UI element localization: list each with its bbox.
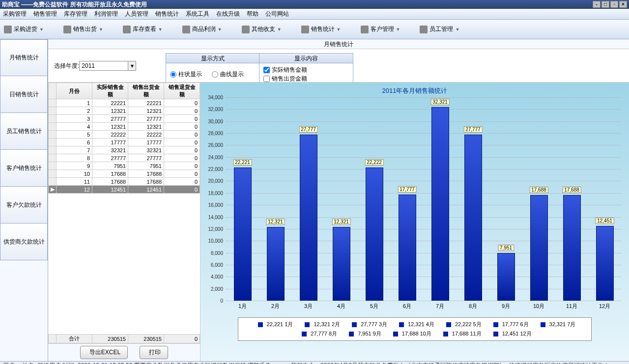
legend-item: 22,222 5月 [442, 321, 482, 327]
chart-bar: 12,321 [325, 227, 358, 301]
year-spinner[interactable]: ▾ [128, 61, 136, 71]
x-axis-label: 6月 [391, 301, 424, 313]
table-row[interactable]: 1017688176880 [49, 170, 200, 178]
toolbar-icon [182, 26, 190, 33]
table-row[interactable]: 122221222210 [49, 99, 200, 107]
menu-item[interactable]: 人员管理 [125, 10, 148, 18]
table-row[interactable]: 212321123210 [49, 107, 200, 115]
menu-item[interactable]: 采购管理 [3, 10, 27, 18]
toolbar: 采购进货▼销售出货▼库存查看▼商品利润▼其他收支▼销售统计▼客户管理▼员工管理▼ [0, 20, 629, 39]
chart-bar: 17,688 [522, 195, 555, 301]
sidebar-item[interactable]: 日销售统计 [0, 76, 48, 113]
legend-item: 7,951 9月 [345, 331, 381, 336]
toolbar-button[interactable]: 员工管理▼ [420, 25, 459, 33]
legend-item: 17,688 10月 [389, 331, 431, 336]
chart-bar: 17,688 [555, 195, 588, 301]
toolbar-icon [123, 26, 131, 33]
menu-item[interactable]: 系统工具 [186, 10, 209, 18]
minimize-button[interactable]: - [593, 1, 600, 8]
display-content-option[interactable]: 实际销售金额 [263, 66, 349, 74]
x-axis-label: 1月 [226, 301, 259, 313]
close-button[interactable]: × [619, 1, 627, 8]
status-right: 新闻中心：2020年4月9号我方软件免费助力《北京市怀柔区防控疫情应急指挥部》-… [291, 362, 609, 364]
x-axis-label: 4月 [325, 301, 358, 313]
display-content-header: 显示内容 [259, 54, 353, 63]
x-axis-label: 8月 [457, 301, 489, 313]
toolbar-icon [420, 26, 428, 33]
chevron-down-icon: ▼ [396, 27, 400, 32]
menu-item[interactable]: 库存管理 [64, 10, 87, 18]
menu-item[interactable]: 销售管理 [33, 10, 57, 18]
display-mode-header: 显示方式 [166, 54, 259, 63]
column-header: 销售退货金额 [164, 83, 200, 99]
chevron-down-icon: ▼ [158, 27, 163, 32]
toolbar-button[interactable]: 商品利润▼ [182, 25, 222, 33]
chart-bar: 27,777 [457, 135, 489, 301]
table-row[interactable]: 327777277770 [49, 115, 200, 123]
menubar: 采购管理销售管理库存管理利润管理人员管理销售统计系统工具在线升级帮助公司网站 [0, 9, 629, 20]
legend-item: 27,777 3月 [348, 321, 387, 327]
statusbar: 用户： 姓名: 超级用户 时间: 2020-12-21 15:05:53 重要商… [0, 361, 629, 364]
toolbar-button[interactable]: 采购进货▼ [4, 25, 44, 33]
table-row[interactable]: 522222222220 [49, 131, 200, 139]
display-mode-option[interactable]: 柱状显示 [170, 70, 202, 79]
chart-bar: 22,222 [358, 168, 391, 301]
legend-item: 17,688 11月 [439, 331, 482, 336]
legend-item: 27,777 8月 [298, 331, 337, 336]
toolbar-button[interactable]: 销售出货▼ [63, 25, 103, 33]
sidebar-item[interactable]: 客户欠款统计 [0, 187, 48, 224]
legend-item: 12,321 2月 [301, 321, 340, 327]
x-axis-label: 10月 [522, 301, 555, 313]
sidebar-item[interactable]: 月销售统计 [0, 39, 48, 76]
menu-item[interactable]: 利润管理 [94, 10, 118, 18]
chart-bar: 17,777 [391, 195, 424, 301]
table-row[interactable]: 1117688176880 [49, 178, 200, 186]
toolbar-icon [301, 26, 309, 33]
legend-item: 17,777 6月 [489, 321, 529, 327]
display-mode-option[interactable]: 曲线显示 [212, 70, 244, 79]
export-excel-button[interactable]: 导出EXCEL [80, 346, 128, 359]
toolbar-icon [63, 26, 71, 33]
chart-bar: 27,777 [292, 135, 325, 301]
x-axis-label: 5月 [358, 301, 391, 313]
chart-legend: 22,221 1月12,321 2月27,777 3月12,321 4月22,2… [238, 317, 592, 341]
year-input[interactable] [79, 61, 128, 71]
column-header: 实际销售金额 [92, 83, 128, 99]
table-row[interactable]: 732321323210 [49, 146, 200, 154]
sidebar-item[interactable]: 客户销售统计 [0, 150, 48, 187]
window-title: 助商宝 ——免费公益软件 所有功能开放且永久免费使用 [2, 0, 147, 9]
toolbar-button[interactable]: 库存查看▼ [123, 25, 163, 33]
table-row[interactable]: ▶1212451124510 [49, 186, 200, 194]
menu-item[interactable]: 在线升级 [216, 10, 240, 18]
toolbar-button[interactable]: 其他收支▼ [242, 25, 282, 33]
toolbar-icon [361, 26, 369, 33]
restore-button[interactable]: □ [601, 1, 609, 8]
chart-title: 2011年各月销售额统计 [204, 86, 625, 95]
display-content-option[interactable]: 销售出货金额 [263, 75, 349, 83]
chart-bar: 12,321 [259, 227, 292, 301]
maximize-button[interactable]: ▫ [610, 1, 618, 8]
x-axis-label: 11月 [555, 301, 588, 313]
chart-bar: 7,951 [489, 253, 522, 301]
menu-item[interactable]: 销售统计 [155, 10, 179, 18]
print-button[interactable]: 打印 [140, 346, 168, 359]
toolbar-button[interactable]: 客户管理▼ [361, 25, 400, 33]
table-total-row: 合计2305152305150 [49, 335, 200, 343]
chevron-down-icon: ▼ [39, 27, 44, 32]
legend-item: 32,321 7月 [537, 321, 576, 327]
sidebar-item[interactable]: 供货商欠款统计 [0, 224, 48, 260]
sidebar-item[interactable]: 员工销售统计 [0, 113, 48, 150]
table-row[interactable]: 9795179510 [49, 162, 200, 170]
chevron-down-icon: ▼ [337, 27, 341, 32]
table-row[interactable]: 827777277770 [49, 154, 200, 162]
table-row[interactable]: 617777177770 [49, 139, 200, 146]
menu-item[interactable]: 帮助 [247, 10, 258, 18]
legend-item: 12,451 12月 [489, 331, 532, 336]
table-row[interactable]: 412321123210 [49, 123, 200, 131]
legend-item: 12,321 4月 [395, 321, 434, 327]
toolbar-icon [242, 26, 250, 33]
status-left: 用户： 姓名: 超级用户 时间: 2020-12-21 15:05:53 重要商… [3, 362, 271, 364]
toolbar-button[interactable]: 销售统计▼ [301, 25, 341, 33]
menu-item[interactable]: 公司网站 [265, 10, 289, 18]
chart-bar: 12,451 [588, 226, 621, 301]
